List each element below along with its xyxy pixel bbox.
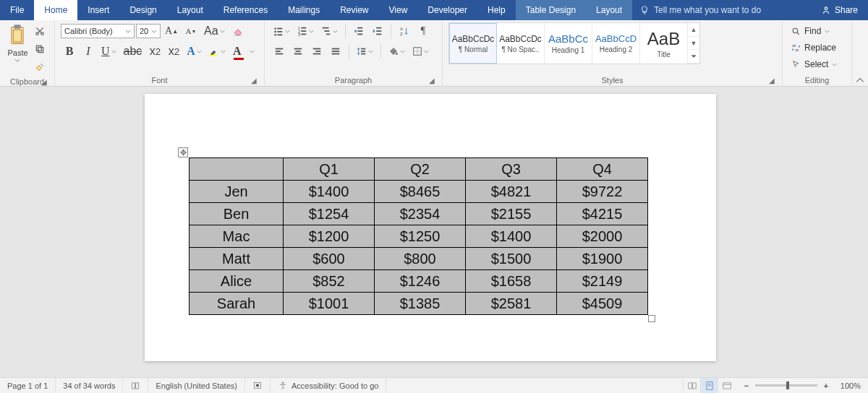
table-header-q2[interactable]: Q2 [375, 158, 466, 181]
row-name[interactable]: Sarah [190, 293, 284, 315]
row-name[interactable]: Jen [190, 181, 284, 203]
font-launcher[interactable]: ◢ [250, 77, 258, 85]
tell-me-search[interactable]: Tell me what you want to do [632, 5, 811, 15]
cut-button[interactable] [32, 23, 48, 39]
text-effects-button[interactable]: A [184, 43, 204, 59]
share-button[interactable]: Share [811, 0, 868, 20]
row-name[interactable]: Mac [190, 225, 284, 248]
shading-button[interactable] [386, 43, 407, 59]
cell[interactable]: $4821 [466, 181, 557, 203]
cell[interactable]: $2581 [466, 293, 557, 315]
tab-developer[interactable]: Developer [417, 0, 477, 20]
styles-scroll-down[interactable]: ▼ [688, 37, 699, 51]
cell[interactable]: $1400 [284, 181, 375, 203]
select-button[interactable]: Select [788, 57, 840, 72]
status-language[interactable]: English (United States) [148, 378, 245, 394]
cell[interactable]: $2155 [466, 203, 557, 225]
cell[interactable]: $1900 [557, 248, 648, 270]
tab-home[interactable]: Home [34, 0, 77, 20]
table-row[interactable]: Matt$600$800$1500$1900 [190, 248, 648, 270]
style-title[interactable]: AaBTitle [640, 23, 688, 64]
table-header-q1[interactable]: Q1 [284, 158, 375, 181]
status-macro[interactable] [245, 378, 271, 394]
tab-view[interactable]: View [379, 0, 418, 20]
table-row[interactable]: Alice$852$1246$1658$2149 [190, 270, 648, 293]
style--no-spac-[interactable]: AaBbCcDc¶ No Spac.. [497, 23, 545, 64]
zoom-out-button[interactable]: − [742, 381, 751, 390]
row-name[interactable]: Alice [190, 270, 284, 293]
justify-button[interactable] [328, 43, 344, 59]
tab-help[interactable]: Help [477, 0, 516, 20]
cell[interactable]: $1385 [375, 293, 466, 315]
style--normal[interactable]: AaBbCcDc¶ Normal [449, 23, 497, 64]
line-spacing-button[interactable] [354, 43, 375, 59]
paste-button[interactable]: Paste [7, 22, 27, 62]
table-row[interactable]: Jen$1400$8465$4821$9722 [190, 181, 648, 203]
collapse-ribbon-button[interactable] [852, 20, 868, 86]
format-painter-button[interactable] [32, 59, 48, 75]
table-header-q3[interactable]: Q3 [466, 158, 557, 181]
sort-button[interactable]: AZ [396, 23, 412, 39]
view-print-layout[interactable] [700, 378, 718, 394]
cell[interactable]: $2354 [375, 203, 466, 225]
align-left-button[interactable] [271, 43, 287, 59]
find-button[interactable]: Find [788, 24, 840, 38]
tab-table-design[interactable]: Table Design [516, 0, 586, 20]
tab-insert[interactable]: Insert [77, 0, 119, 20]
table-row[interactable]: Mac$1200$1250$1400$2000 [190, 225, 648, 248]
cell[interactable]: $9722 [557, 181, 648, 203]
subscript-button[interactable]: x2 [147, 43, 163, 59]
cell[interactable]: $4215 [557, 203, 648, 225]
status-page[interactable]: Page 1 of 1 [0, 378, 56, 394]
increase-indent-button[interactable] [370, 23, 386, 39]
cell[interactable]: $4509 [557, 293, 648, 315]
underline-button[interactable]: U [99, 43, 119, 59]
borders-button[interactable] [410, 43, 431, 59]
copy-button[interactable] [32, 41, 48, 57]
grow-font-button[interactable]: A▲ [163, 23, 180, 39]
cell[interactable]: $1658 [466, 270, 557, 293]
cell[interactable]: $852 [284, 270, 375, 293]
clear-formatting-button[interactable] [230, 23, 246, 39]
shrink-font-button[interactable]: A▼ [183, 23, 199, 39]
replace-button[interactable]: abac Replace [788, 40, 840, 55]
multilevel-list-button[interactable] [319, 23, 340, 39]
cell[interactable]: $8465 [375, 181, 466, 203]
cell[interactable]: $1200 [284, 225, 375, 248]
tab-review[interactable]: Review [330, 0, 378, 20]
zoom-slider[interactable] [755, 384, 817, 386]
font-name-combo[interactable]: Calibri (Body) [61, 24, 135, 38]
zoom-in-button[interactable]: + [822, 381, 830, 390]
italic-button[interactable]: I [80, 43, 96, 59]
cell[interactable]: $800 [375, 248, 466, 270]
decrease-indent-button[interactable] [351, 23, 367, 39]
highlight-button[interactable] [207, 43, 228, 59]
tab-references[interactable]: References [213, 0, 278, 20]
cell[interactable]: $1250 [375, 225, 466, 248]
bullets-button[interactable] [271, 23, 292, 39]
tab-layout[interactable]: Layout [586, 0, 632, 20]
paragraph-launcher[interactable]: ◢ [427, 77, 436, 85]
font-color-button[interactable]: A [231, 43, 258, 59]
numbering-button[interactable]: 123 [295, 23, 316, 39]
tab-layout[interactable]: Layout [167, 0, 213, 20]
view-web-layout[interactable] [718, 378, 735, 394]
cell[interactable]: $2149 [557, 270, 648, 293]
table-move-handle[interactable]: ✥ [178, 147, 188, 157]
styles-scroll-up[interactable]: ▲ [688, 23, 699, 37]
table-corner[interactable] [190, 158, 284, 181]
align-right-button[interactable] [309, 43, 325, 59]
tab-design[interactable]: Design [119, 0, 166, 20]
row-name[interactable]: Ben [190, 203, 284, 225]
document-workspace[interactable]: ✥ Q1Q2Q3Q4Jen$1400$8465$4821$9722Ben$125… [0, 87, 868, 377]
cell[interactable]: $1400 [466, 225, 557, 248]
superscript-button[interactable]: x2 [166, 43, 182, 59]
view-read-mode[interactable] [683, 378, 700, 394]
document-table[interactable]: Q1Q2Q3Q4Jen$1400$8465$4821$9722Ben$1254$… [189, 157, 648, 315]
row-name[interactable]: Matt [190, 248, 284, 270]
cell[interactable]: $2000 [557, 225, 648, 248]
cell[interactable]: $1254 [284, 203, 375, 225]
show-marks-button[interactable]: ¶ [415, 23, 431, 39]
styles-scroll-more[interactable]: ⏷ [688, 50, 699, 64]
cell[interactable]: $1001 [284, 293, 375, 315]
